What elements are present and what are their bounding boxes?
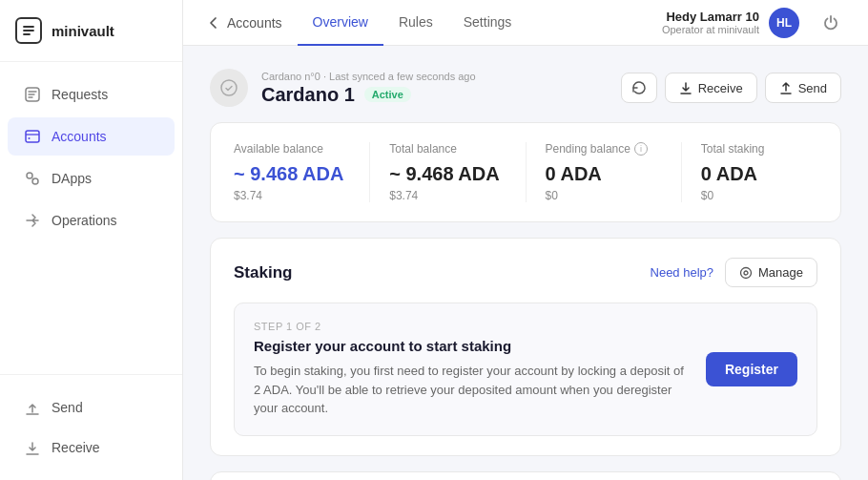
sidebar-bottom: Send Receive [0, 374, 182, 480]
sidebar-item-send[interactable]: Send [8, 388, 175, 427]
staking-step-desc: To begin staking, you first need to regi… [254, 362, 687, 418]
back-button[interactable]: Accounts [206, 15, 282, 31]
svg-rect-1 [26, 131, 39, 142]
pending-balance-section: Pending balance i 0 ADA $0 [546, 142, 682, 202]
receive-icon [23, 438, 42, 457]
available-balance-label: Available balance [234, 142, 350, 156]
logo-text: minivault [52, 23, 114, 39]
main: Accounts Overview Rules Settings Hedy La… [183, 0, 868, 480]
notice-card: Important Notice for Cardano Users Atten… [210, 471, 841, 481]
sidebar-item-receive-label: Receive [52, 440, 100, 455]
content: Cardano n°0 · Last synced a few seconds … [183, 46, 868, 480]
account-status-badge: Active [364, 87, 411, 102]
account-info: Cardano n°0 · Last synced a few seconds … [261, 71, 476, 106]
need-help-link[interactable]: Need help? [651, 265, 714, 280]
pending-balance-amount: 0 ADA [546, 163, 662, 185]
sidebar-item-operations-label: Operations [52, 213, 116, 228]
svg-point-2 [29, 137, 31, 139]
staking-header-right: Need help? Manage [651, 258, 817, 287]
accounts-icon [23, 127, 42, 146]
pending-info-icon[interactable]: i [634, 142, 648, 156]
svg-point-3 [27, 173, 32, 178]
available-balance-fiat: $3.74 [234, 189, 350, 202]
avatar: HL [769, 8, 799, 38]
sidebar: minivault Requests Accounts [0, 0, 183, 480]
tab-rules[interactable]: Rules [383, 0, 448, 46]
account-header-left: Cardano n°0 · Last synced a few seconds … [210, 69, 476, 107]
send-button[interactable]: Send [765, 73, 841, 103]
send-icon [23, 398, 42, 417]
user-info: Hedy Lamarr 10 Operator at minivault [662, 10, 759, 35]
receive-button[interactable]: Receive [665, 73, 757, 103]
sidebar-item-dapps[interactable]: DApps [8, 159, 175, 198]
topnav: Accounts Overview Rules Settings Hedy La… [183, 0, 868, 46]
staking-step-label: Step 1 of 2 [254, 321, 687, 332]
total-balance-label: Total balance [389, 142, 506, 156]
sidebar-item-receive[interactable]: Receive [8, 428, 175, 467]
power-button[interactable] [816, 9, 845, 37]
staking-balance-amount: 0 ADA [701, 163, 817, 185]
sidebar-logo: minivault [0, 0, 182, 62]
sidebar-item-requests-label: Requests [52, 87, 108, 102]
refresh-button[interactable] [621, 73, 657, 103]
user-role: Operator at minivault [662, 24, 759, 35]
sidebar-nav: Requests Accounts DApps [0, 62, 182, 374]
sidebar-item-send-label: Send [52, 400, 83, 415]
staking-balance-fiat: $0 [701, 189, 817, 202]
total-balance-fiat: $3.74 [389, 189, 506, 202]
sidebar-item-accounts-label: Accounts [52, 129, 107, 144]
account-subtitle: Cardano n°0 · Last synced a few seconds … [261, 71, 476, 82]
svg-point-6 [741, 267, 752, 278]
svg-point-5 [221, 80, 237, 95]
logo-icon [15, 17, 42, 44]
account-header: Cardano n°0 · Last synced a few seconds … [210, 69, 841, 107]
account-icon [210, 69, 248, 107]
account-name-row: Cardano 1 Active [261, 84, 476, 106]
tab-settings[interactable]: Settings [448, 0, 527, 46]
sidebar-item-accounts[interactable]: Accounts [8, 117, 175, 156]
total-balance-section: Total balance ~ 9.468 ADA $3.74 [389, 142, 526, 202]
manage-button[interactable]: Manage [725, 258, 817, 287]
staking-step-title: Register your account to start staking [254, 338, 687, 354]
svg-point-7 [744, 271, 748, 275]
staking-balance-section: Total staking 0 ADA $0 [701, 142, 817, 202]
account-name: Cardano 1 [261, 84, 355, 106]
requests-icon [23, 85, 42, 104]
register-button[interactable]: Register [706, 352, 797, 386]
tab-overview[interactable]: Overview [298, 0, 383, 46]
staking-step-content: Step 1 of 2 Register your account to sta… [254, 321, 687, 418]
available-balance-section: Available balance ~ 9.468 ADA $3.74 [234, 142, 370, 202]
staking-card: Staking Need help? Manage Step 1 of 2 [210, 238, 841, 456]
back-label: Accounts [227, 15, 282, 31]
pending-balance-label: Pending balance i [546, 142, 662, 156]
sidebar-item-operations[interactable]: Operations [8, 201, 175, 240]
sidebar-item-dapps-label: DApps [52, 171, 92, 186]
staking-step-box: Step 1 of 2 Register your account to sta… [234, 303, 817, 436]
operations-icon [23, 211, 42, 230]
pending-balance-fiat: $0 [546, 189, 662, 202]
user-name: Hedy Lamarr 10 [662, 10, 759, 24]
sidebar-item-requests[interactable]: Requests [8, 75, 175, 114]
available-balance-amount: ~ 9.468 ADA [234, 163, 350, 185]
topnav-user: Hedy Lamarr 10 Operator at minivault HL [662, 8, 845, 38]
dapps-icon [23, 169, 42, 188]
total-balance-amount: ~ 9.468 ADA [389, 163, 506, 185]
account-actions: Receive Send [621, 73, 841, 103]
staking-title: Staking [234, 263, 292, 282]
staking-header: Staking Need help? Manage [234, 258, 817, 287]
topnav-tabs: Overview Rules Settings [298, 0, 662, 46]
balance-card: Available balance ~ 9.468 ADA $3.74 Tota… [210, 122, 841, 222]
staking-balance-label: Total staking [701, 142, 817, 156]
